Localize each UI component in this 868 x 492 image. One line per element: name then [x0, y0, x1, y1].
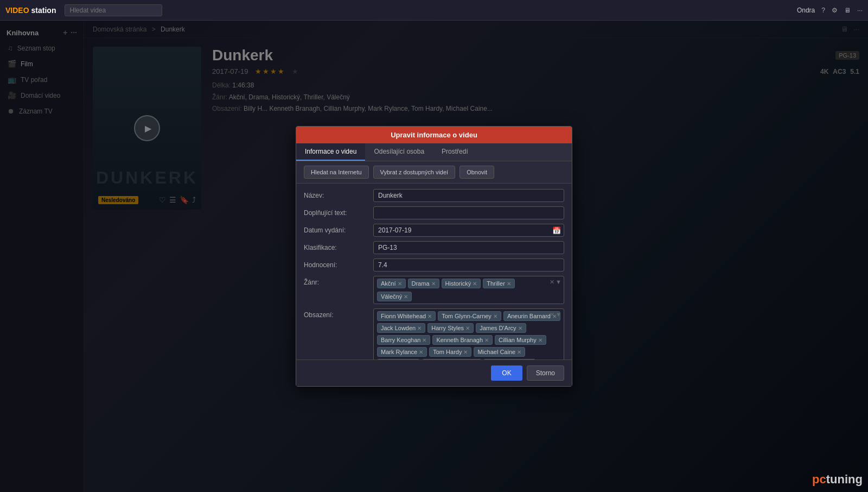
- cast-clear-icon[interactable]: ✕: [550, 311, 554, 318]
- genre-dropdown-icon[interactable]: ▼: [556, 279, 561, 286]
- form-row-classification: Klasifikace:: [304, 241, 564, 254]
- tag-tom-glynn: Tom Glynn-Carney ✕: [438, 311, 501, 321]
- tag-billy: Billy Howle ✕: [377, 359, 420, 359]
- remove-tag-valecny[interactable]: ✕: [404, 294, 408, 300]
- calendar-icon: 📅: [552, 226, 561, 235]
- pctuning-watermark: pctuning: [812, 472, 863, 487]
- search-internet-button[interactable]: Hledat na Internetu: [304, 166, 369, 179]
- tag-james: James D'Arcy ✕: [476, 323, 526, 333]
- tag-michael-caine: Michael Caine ✕: [474, 347, 525, 357]
- tag-kenneth: Kenneth Branagh ✕: [432, 335, 493, 345]
- date-label: Datum vydání:: [304, 224, 369, 234]
- dialog-body: Název: Doplňující text: Datum vydání: 📅: [296, 184, 572, 359]
- dialog-title: Upravit informace o videu: [391, 131, 477, 139]
- remove-harry[interactable]: ✕: [465, 325, 470, 331]
- help-icon[interactable]: ?: [821, 7, 825, 14]
- dialog-actions: Hledat na Internetu Vybrat z dostupných …: [296, 161, 572, 184]
- genre-dropdown-icons: ✕ ▼: [550, 279, 561, 286]
- main-layout: Knihovna + ··· ♫ Seznam stop 🎬 Film 📺 TV…: [0, 21, 868, 492]
- tag-jack: Jack Lowden ✕: [377, 323, 425, 333]
- cast-dropdown-icon[interactable]: ▼: [556, 311, 561, 318]
- content-area: Domovská stránka > Dunkerk 🖥 ··· DUNKERK…: [84, 21, 868, 492]
- user-label: Ondra: [797, 7, 815, 14]
- monitor-icon[interactable]: 🖥: [844, 7, 851, 14]
- tab-sender[interactable]: Odesílající osoba: [365, 143, 433, 161]
- classification-input[interactable]: [373, 241, 564, 254]
- tag-barry: Barry Keoghan ✕: [377, 335, 430, 345]
- genre-clear-icon[interactable]: ✕: [550, 279, 554, 286]
- remove-michael[interactable]: ✕: [517, 349, 521, 355]
- pc-text: pc: [812, 472, 826, 486]
- remove-mark[interactable]: ✕: [419, 349, 423, 355]
- dialog-overlay: Upravit informace o videu Informace o vi…: [84, 21, 868, 492]
- tag-fionn: Fionn Whitehead ✕: [377, 311, 436, 321]
- tag-miranda: Miranda Nolan ✕: [483, 359, 536, 359]
- remove-tom-hardy[interactable]: ✕: [463, 349, 468, 355]
- tuning-text: tuning: [826, 472, 863, 486]
- remove-tag-drama[interactable]: ✕: [431, 281, 436, 287]
- tag-valecny: Válečný ✕: [377, 292, 412, 301]
- cast-dropdown-icons: ✕ ▼: [550, 311, 561, 318]
- rating-label: Hodnocení:: [304, 258, 369, 269]
- dialog-tabs: Informace o videu Odesílající osoba Pros…: [296, 143, 572, 161]
- subtitle-label: Doplňující text:: [304, 206, 369, 217]
- settings-icon[interactable]: ⚙: [832, 7, 838, 14]
- remove-tag-thriller[interactable]: ✕: [507, 281, 511, 287]
- form-row-name: Název:: [304, 189, 564, 202]
- tag-mark: Mark Rylance ✕: [377, 347, 427, 357]
- tab-environment[interactable]: Prostředí: [433, 143, 477, 161]
- tag-bobby: Bobby Lockwood ✕: [422, 359, 481, 359]
- topbar: VIDEO station Ondra ? ⚙ 🖥 ···: [0, 0, 868, 21]
- genre-label-form: Žánr:: [304, 276, 369, 286]
- form-row-subtitle: Doplňující text:: [304, 206, 564, 219]
- topbar-right: Ondra ? ⚙ 🖥 ···: [797, 7, 863, 14]
- form-row-cast: Obsazení: Fionn Whitehead ✕ Tom Glynn-Ca…: [304, 308, 564, 359]
- remove-fionn[interactable]: ✕: [427, 313, 432, 319]
- tag-harry-styles: Harry Styles ✕: [427, 323, 474, 333]
- tag-historicky: Historický ✕: [442, 279, 481, 288]
- tag-thriller: Thriller ✕: [483, 279, 515, 288]
- cast-label-form: Obsazení:: [304, 308, 369, 319]
- subtitle-input[interactable]: [373, 206, 564, 219]
- genre-tags-container: Akční ✕ Drama ✕ Historický ✕: [373, 276, 564, 304]
- date-field-wrapper: 📅: [373, 224, 564, 237]
- remove-cillian[interactable]: ✕: [538, 337, 542, 343]
- cancel-button[interactable]: Storno: [527, 365, 564, 381]
- remove-jack[interactable]: ✕: [417, 325, 422, 331]
- remove-barry[interactable]: ✕: [422, 337, 426, 343]
- search-input[interactable]: [65, 4, 162, 16]
- tag-akcni: Akční ✕: [377, 279, 406, 288]
- edit-dialog: Upravit informace o videu Informace o vi…: [296, 126, 572, 387]
- classification-label: Klasifikace:: [304, 241, 369, 251]
- remove-tom-glynn[interactable]: ✕: [493, 313, 497, 319]
- name-label: Název:: [304, 189, 369, 199]
- tag-tom-hardy: Tom Hardy ✕: [429, 347, 471, 357]
- dialog-footer: OK Storno: [296, 359, 572, 386]
- rating-input[interactable]: [373, 258, 564, 272]
- remove-tag-akcni[interactable]: ✕: [398, 281, 402, 287]
- form-row-genre: Žánr: Akční ✕ Drama ✕ Historický: [304, 276, 564, 304]
- name-input[interactable]: [373, 189, 564, 202]
- dialog-header: Upravit informace o videu: [296, 127, 572, 143]
- cast-tags-container: Fionn Whitehead ✕ Tom Glynn-Carney ✕ Ane…: [373, 308, 564, 359]
- select-available-button[interactable]: Vybrat z dostupných videí: [373, 166, 456, 179]
- remove-kenneth[interactable]: ✕: [484, 337, 489, 343]
- ok-button[interactable]: OK: [491, 365, 522, 381]
- more-icon[interactable]: ···: [857, 7, 863, 14]
- refresh-button[interactable]: Obnovit: [459, 166, 494, 179]
- tag-drama: Drama ✕: [408, 279, 439, 288]
- form-row-rating: Hodnocení:: [304, 258, 564, 272]
- app-logo: VIDEO station: [5, 6, 56, 15]
- form-row-date: Datum vydání: 📅: [304, 224, 564, 237]
- date-input[interactable]: [373, 224, 564, 237]
- remove-tag-historicky[interactable]: ✕: [473, 281, 477, 287]
- tab-info[interactable]: Informace o videu: [296, 143, 365, 161]
- logo-video: VIDEO: [5, 6, 29, 15]
- remove-james[interactable]: ✕: [518, 325, 522, 331]
- logo-station: station: [31, 6, 56, 15]
- tag-cillian: Cillian Murphy ✕: [495, 335, 546, 345]
